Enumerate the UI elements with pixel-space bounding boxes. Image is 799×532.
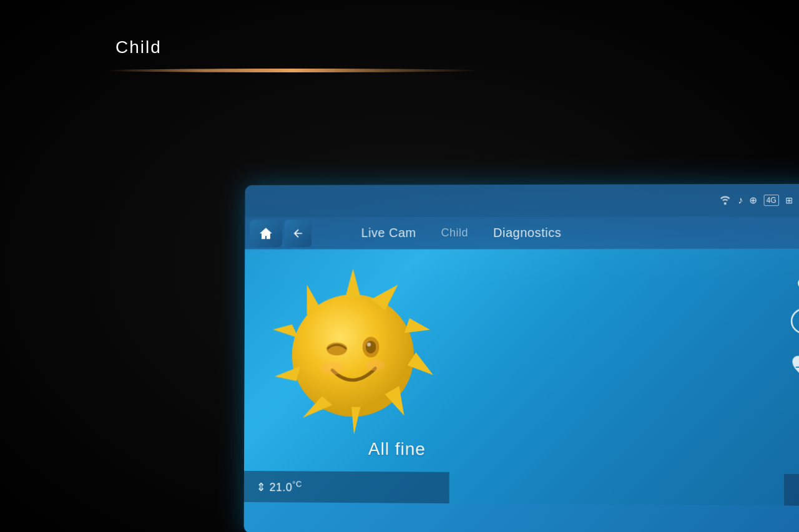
screen-wrapper: ♪ ⊕ 4G ⊞ 23:50 bbox=[124, 91, 787, 443]
wifi-icon bbox=[718, 195, 731, 206]
time-elapsed-stat: 2:32h bbox=[790, 307, 799, 336]
child-text: Child bbox=[115, 37, 162, 57]
clock-icon bbox=[790, 307, 799, 336]
heart-pulse-icon bbox=[790, 352, 799, 380]
bottom-temp-left: ⇕ 21.0°C bbox=[244, 471, 449, 503]
nav-bar: Live Cam Child Diagnostics bbox=[245, 216, 799, 249]
nav-tabs: Live Cam Child Diagnostics bbox=[324, 225, 799, 240]
temp-left-text: ⇕ 21.0°C bbox=[257, 479, 302, 494]
bottom-temp-right: ⇕ 21.0°C bbox=[784, 474, 799, 506]
svg-marker-4 bbox=[404, 318, 430, 333]
main-content: All fine 24.3° bbox=[244, 249, 799, 506]
back-icon bbox=[292, 227, 304, 239]
map-icon: ⊕ bbox=[749, 195, 757, 206]
svg-point-15 bbox=[367, 342, 371, 346]
heartrate-stat: 84 bbox=[790, 352, 799, 380]
svg-marker-10 bbox=[273, 324, 298, 338]
tab-live-cam[interactable]: Live Cam bbox=[361, 226, 416, 240]
tab-diagnostics[interactable]: Diagnostics bbox=[493, 226, 561, 240]
network-icon: ⊞ bbox=[785, 195, 793, 205]
all-fine-text: All fine bbox=[368, 439, 426, 460]
home-button[interactable] bbox=[250, 220, 282, 247]
sun-character bbox=[257, 256, 449, 450]
temperature-stat: 24.3° bbox=[790, 262, 799, 290]
svg-point-17 bbox=[366, 359, 385, 371]
main-screen: ♪ ⊕ 4G ⊞ 23:50 bbox=[244, 183, 799, 532]
home-icon bbox=[258, 226, 273, 241]
svg-marker-9 bbox=[275, 366, 300, 381]
svg-point-14 bbox=[366, 341, 376, 354]
4g-icon: 4G bbox=[763, 195, 778, 206]
svg-marker-2 bbox=[345, 269, 361, 297]
svg-marker-7 bbox=[351, 407, 360, 435]
status-bar: ♪ ⊕ 4G ⊞ 23:50 bbox=[245, 183, 799, 217]
sun-svg bbox=[257, 256, 449, 450]
back-button[interactable] bbox=[285, 220, 312, 247]
thermometer-icon bbox=[790, 262, 799, 289]
tab-child[interactable]: Child bbox=[441, 226, 469, 239]
music-icon: ♪ bbox=[738, 195, 743, 206]
stats-panel: 24.3° 2:32h bbox=[790, 262, 799, 381]
status-icons: ♪ ⊕ 4G ⊞ bbox=[718, 194, 799, 206]
svg-point-16 bbox=[321, 362, 344, 375]
light-streak-decoration bbox=[106, 69, 481, 72]
child-label-outer: Child bbox=[115, 37, 162, 57]
svg-point-22 bbox=[792, 309, 799, 333]
